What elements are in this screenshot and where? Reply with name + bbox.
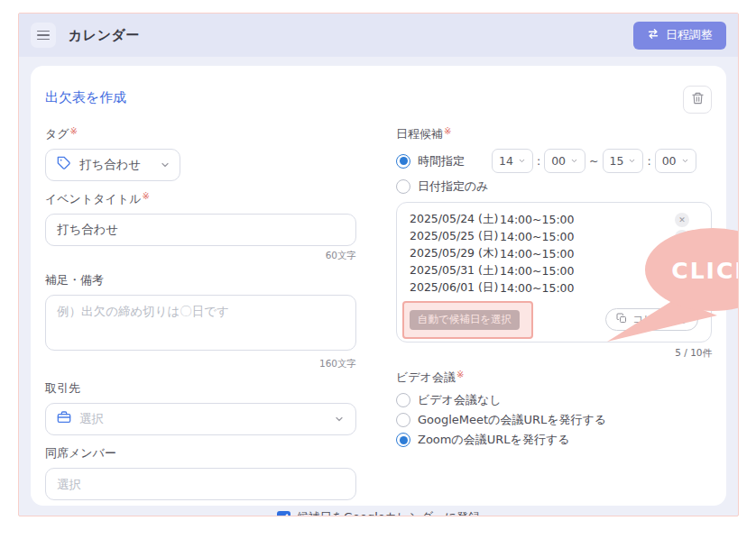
video-label: ビデオ会議※ (396, 370, 712, 386)
remove-candidate-icon[interactable]: ✕ (675, 281, 689, 296)
date-only-radio[interactable] (396, 179, 410, 194)
remove-candidate-icon[interactable]: ✕ (675, 230, 689, 244)
event-title-label: イベントタイトル※ (45, 191, 356, 207)
video-googlemeet-label: GoogleMeetの会議URLを発行する (418, 412, 606, 428)
candidate-row: 2025/05/29 (木) 14:00~15:00 ✕ (410, 245, 700, 262)
google-calendar-label: 候補日をGoogleカレンダーに登録 (297, 509, 481, 516)
video-none-radio[interactable] (396, 393, 410, 407)
app-title: カレンダー (69, 27, 140, 44)
app-header: カレンダー 日程調整 (19, 14, 738, 57)
chevron-down-icon (334, 411, 345, 428)
client-label: 取引先 (45, 380, 356, 397)
remove-candidate-icon[interactable]: ✕ (675, 213, 689, 227)
copy-icon (616, 313, 627, 326)
notes-counter: 160文字 (45, 358, 356, 370)
video-none-label: ビデオ会議なし (418, 392, 502, 408)
time-specified-radio[interactable] (396, 154, 410, 169)
members-label: 同席メンバー (45, 445, 356, 461)
chevron-down-icon (681, 157, 689, 165)
schedule-adjust-button[interactable]: 日程調整 (633, 22, 726, 50)
tag-select[interactable]: 打ち合わせ (45, 149, 180, 181)
schedule-label: 日程候補※ (396, 126, 712, 142)
tag-label: タグ※ (45, 126, 356, 142)
chevron-down-icon (628, 157, 636, 165)
chevron-down-icon (570, 157, 578, 165)
app-frame: カレンダー 日程調整 出欠表を作成 (18, 13, 739, 516)
hamburger-menu-icon[interactable] (31, 23, 56, 48)
candidate-row: 2025/05/24 (土) 14:00~15:00 ✕ (410, 211, 700, 228)
trash-icon (691, 91, 705, 108)
copy-button[interactable]: コピーする (605, 308, 698, 331)
candidate-row: 2025/05/31 (土) 14:00~15:00 ✕ (410, 262, 700, 279)
remove-candidate-icon[interactable]: ✕ (675, 247, 689, 261)
required-mark: ※ (456, 370, 464, 379)
briefcase-icon (57, 410, 71, 428)
chevron-down-icon (160, 157, 171, 174)
required-mark: ※ (142, 191, 149, 201)
attendance-form-card: 出欠表を作成 タグ※ (31, 66, 726, 506)
tag-icon (57, 156, 71, 174)
chevron-down-icon (518, 157, 526, 165)
time-specified-label: 時間指定 (418, 153, 465, 169)
candidate-count: 5 / 10件 (396, 347, 712, 360)
event-title-input[interactable] (45, 214, 356, 246)
candidate-list: 2025/05/24 (土) 14:00~15:00 ✕ 2025/05/25 … (396, 202, 712, 343)
video-zoom-radio[interactable] (396, 433, 410, 447)
members-input[interactable] (45, 468, 356, 500)
tag-value: 打ち合わせ (79, 157, 152, 173)
from-minute-select[interactable]: 00 (544, 149, 585, 173)
remove-candidate-icon[interactable]: ✕ (675, 264, 689, 279)
candidate-row: 2025/06/01 (日) 14:00~15:00 ✕ (410, 279, 700, 297)
sync-icon (647, 28, 659, 42)
video-googlemeet-radio[interactable] (396, 413, 410, 427)
auto-select-candidates-button[interactable]: 自動で候補日を選択 (410, 310, 520, 330)
notes-label: 補足・備考 (45, 272, 356, 288)
client-select[interactable]: 選択 (45, 403, 356, 435)
form-title: 出欠表を作成 (45, 86, 126, 106)
candidate-row: 2025/05/25 (日) 14:00~15:00 ✕ (410, 228, 700, 245)
event-title-counter: 60文字 (45, 250, 356, 262)
google-calendar-checkbox[interactable] (277, 511, 290, 517)
from-hour-select[interactable]: 14 (492, 149, 533, 173)
to-minute-select[interactable]: 00 (655, 149, 696, 173)
screenshot-root: カレンダー 日程調整 出欠表を作成 (0, 0, 756, 539)
to-hour-select[interactable]: 15 (603, 149, 644, 173)
video-zoom-label: Zoomの会議URLを発行する (418, 432, 570, 448)
date-only-label: 日付指定のみ (418, 178, 489, 195)
delete-button[interactable] (683, 86, 712, 114)
required-mark: ※ (444, 126, 451, 136)
required-mark: ※ (70, 126, 78, 136)
notes-textarea[interactable] (45, 295, 356, 351)
client-placeholder: 選択 (79, 411, 326, 427)
